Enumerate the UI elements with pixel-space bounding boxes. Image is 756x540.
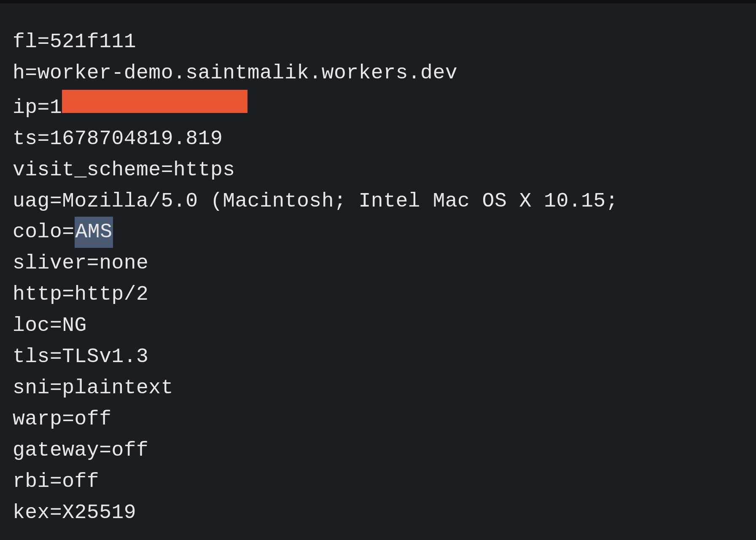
trace-value-highlighted: AMS bbox=[75, 217, 113, 248]
trace-line-rbi: rbi=off bbox=[13, 466, 743, 497]
trace-value: TLSv1.3 bbox=[62, 341, 148, 373]
trace-key: colo bbox=[13, 217, 62, 248]
trace-line-uag: uag=Mozilla/5.0 (Macintosh; Intel Mac OS… bbox=[13, 186, 743, 217]
equals-sign: = bbox=[50, 466, 62, 497]
trace-line-sliver: sliver=none bbox=[13, 248, 743, 279]
equals-sign: = bbox=[50, 186, 62, 217]
trace-line-warp: warp=off bbox=[13, 404, 743, 435]
trace-key: warp bbox=[13, 404, 62, 435]
equals-sign: = bbox=[62, 404, 74, 435]
trace-key: ip bbox=[13, 92, 38, 124]
trace-value: http/2 bbox=[75, 279, 149, 310]
trace-value: https bbox=[173, 155, 235, 186]
trace-value-prefix: 1 bbox=[50, 92, 62, 124]
trace-value: none bbox=[99, 248, 148, 279]
trace-value: off bbox=[62, 466, 99, 497]
trace-line-h: h=worker-demo.saintmalik.workers.dev bbox=[13, 58, 743, 89]
redacted-ip-block bbox=[62, 90, 248, 113]
trace-key: http bbox=[13, 279, 62, 310]
equals-sign: = bbox=[38, 124, 50, 155]
trace-key: sni bbox=[13, 373, 50, 404]
trace-line-tls: tls=TLSv1.3 bbox=[13, 341, 743, 373]
trace-value: off bbox=[75, 404, 112, 435]
trace-key: loc bbox=[13, 310, 50, 341]
trace-line-visit-scheme: visit_scheme=https bbox=[13, 155, 743, 186]
equals-sign: = bbox=[50, 341, 62, 373]
trace-value: worker-demo.saintmalik.workers.dev bbox=[38, 58, 457, 89]
trace-key: visit_scheme bbox=[13, 155, 161, 186]
trace-line-sni: sni=plaintext bbox=[13, 373, 743, 404]
trace-key: kex bbox=[13, 497, 50, 529]
trace-key: tls bbox=[13, 341, 50, 373]
trace-value: NG bbox=[62, 310, 87, 341]
trace-line-ts: ts=1678704819.819 bbox=[13, 124, 743, 155]
trace-key: sliver bbox=[13, 248, 87, 279]
trace-line-loc: loc=NG bbox=[13, 310, 743, 341]
trace-line-http: http=http/2 bbox=[13, 279, 743, 310]
equals-sign: = bbox=[38, 27, 50, 58]
trace-value: X25519 bbox=[62, 497, 136, 529]
trace-line-ip: ip=1 bbox=[13, 89, 743, 124]
trace-key: gateway bbox=[13, 435, 99, 466]
trace-value: Mozilla/5.0 (Macintosh; Intel Mac OS X 1… bbox=[62, 186, 618, 217]
terminal-output[interactable]: fl=521f111 h=worker-demo.saintmalik.work… bbox=[0, 3, 756, 540]
trace-value: 1678704819.819 bbox=[50, 124, 223, 155]
trace-key: ts bbox=[13, 124, 38, 155]
trace-line-colo: colo=AMS bbox=[13, 217, 743, 248]
equals-sign: = bbox=[161, 155, 173, 186]
equals-sign: = bbox=[87, 248, 99, 279]
trace-value: off bbox=[111, 435, 148, 466]
trace-key: h bbox=[13, 58, 25, 89]
equals-sign: = bbox=[50, 310, 62, 341]
equals-sign: = bbox=[38, 92, 50, 124]
equals-sign: = bbox=[50, 497, 62, 529]
trace-line-kex: kex=X25519 bbox=[13, 497, 743, 529]
equals-sign: = bbox=[62, 279, 74, 310]
equals-sign: = bbox=[50, 373, 62, 404]
equals-sign: = bbox=[99, 435, 111, 466]
trace-value: 521f111 bbox=[50, 27, 136, 58]
trace-line-gateway: gateway=off bbox=[13, 435, 743, 466]
trace-key: rbi bbox=[13, 466, 50, 497]
equals-sign: = bbox=[62, 217, 74, 248]
window-top-bar bbox=[0, 0, 756, 3]
equals-sign: = bbox=[25, 58, 37, 89]
trace-key: uag bbox=[13, 186, 50, 217]
trace-value: plaintext bbox=[62, 373, 173, 404]
trace-key: fl bbox=[13, 27, 38, 58]
trace-line-fl: fl=521f111 bbox=[13, 27, 743, 58]
